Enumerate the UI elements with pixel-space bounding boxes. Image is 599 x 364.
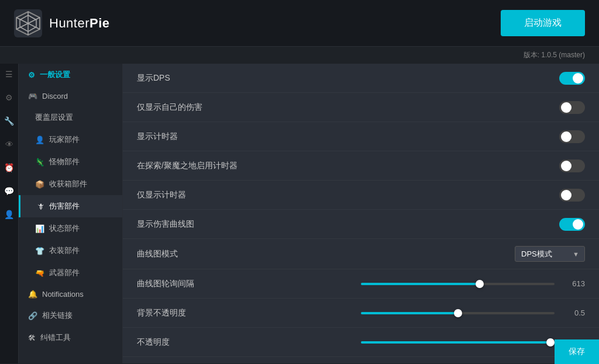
weapon-icon: 🔫 xyxy=(35,269,44,278)
row-show-graph: 显示伤害曲线图 xyxy=(123,210,599,239)
row-timer-only: 仅显示计时器 xyxy=(123,181,599,210)
row-show-dps-label: 显示DPS xyxy=(137,73,559,84)
graph-mode-select[interactable]: DPS模式 总伤害模式 xyxy=(515,246,585,262)
row-opacity-control: 1 xyxy=(361,338,585,346)
header: HunterPie 启动游戏 xyxy=(0,0,599,47)
row-self-damage-control xyxy=(559,101,585,114)
settings-content: 显示DPS 仅显示自己的伤害 显示计时器 xyxy=(123,64,599,363)
row-show-timer-label: 显示计时器 xyxy=(137,131,559,142)
row-graph-interval-control: 613 xyxy=(361,279,585,288)
bg-opacity-knob[interactable] xyxy=(454,309,462,317)
row-timer-search-control xyxy=(559,160,585,172)
icon-bar: ☰ ⚙ 🔧 👁 ⏰ 💬 👤 xyxy=(0,64,19,363)
debug-icon: 🛠 xyxy=(28,334,36,342)
graph-mode-dropdown-wrapper: DPS模式 总伤害模式 ▼ xyxy=(515,246,585,262)
sidebar-item-links[interactable]: 🔗 相关链接 xyxy=(19,304,122,327)
row-show-dps: 显示DPS xyxy=(123,64,599,93)
version-bar: 版本: 1.0.5 (master) xyxy=(0,47,599,64)
row-graph-interval-label: 曲线图轮询间隔 xyxy=(137,279,361,289)
opacity-track[interactable] xyxy=(361,341,555,344)
row-graph-mode-control: DPS模式 总伤害模式 ▼ xyxy=(515,246,585,262)
row-bg-opacity-control: 0.5 xyxy=(361,308,585,317)
icon-bar-gear[interactable]: ⚙ xyxy=(4,92,15,103)
icon-bar-eye[interactable]: 👁 xyxy=(4,138,15,150)
status-icon: 📊 xyxy=(35,224,44,233)
sidebar-item-general[interactable]: ⚙ 一般设置 xyxy=(19,64,122,86)
row-self-damage: 仅显示自己的伤害 xyxy=(123,93,599,122)
sidebar: ⚙ 一般设置 🎮 Discord 覆盖层设置 👤 玩家部件 🦎 怪物部件 📦 收… xyxy=(19,64,123,363)
toggle-timer-only-knob xyxy=(561,190,572,200)
monster-icon: 🦎 xyxy=(35,158,44,167)
toggle-timer-only[interactable] xyxy=(559,189,585,202)
sidebar-item-status[interactable]: 📊 状态部件 xyxy=(19,217,122,240)
notifications-icon: 🔔 xyxy=(28,290,37,299)
row-timer-only-control xyxy=(559,189,585,202)
version-text: 版本: 1.0.5 (master) xyxy=(524,51,585,59)
graph-interval-value: 613 xyxy=(562,279,585,288)
row-graph-mode-label: 曲线图模式 xyxy=(137,249,515,259)
sidebar-item-overlay[interactable]: 覆盖层设置 xyxy=(19,106,122,129)
row-player1-color: 第一个玩家 #FFFF0000 xyxy=(123,357,599,363)
icon-bar-clock[interactable]: ⏰ xyxy=(4,162,15,174)
graph-interval-knob[interactable] xyxy=(476,280,484,288)
opacity-fill xyxy=(361,341,550,344)
bg-opacity-value: 0.5 xyxy=(562,308,585,317)
discord-icon: 🎮 xyxy=(28,92,37,100)
player-icon: 👤 xyxy=(35,136,44,144)
link-icon: 🔗 xyxy=(28,311,37,320)
icon-bar-tool[interactable]: 🔧 xyxy=(4,115,15,127)
sidebar-item-player[interactable]: 👤 玩家部件 xyxy=(19,129,122,151)
toggle-show-graph[interactable] xyxy=(559,218,585,231)
main-layout: ☰ ⚙ 🔧 👁 ⏰ 💬 👤 ⚙ 一般设置 🎮 Discord 覆盖层设置 👤 玩… xyxy=(0,64,599,363)
logo-area: HunterPie xyxy=(14,9,110,37)
row-show-graph-label: 显示伤害曲线图 xyxy=(137,219,559,230)
row-opacity: 不透明度 1 xyxy=(123,328,599,357)
bg-opacity-track[interactable] xyxy=(361,312,555,314)
toggle-show-timer[interactable] xyxy=(559,130,585,143)
icon-bar-menu[interactable]: ☰ xyxy=(4,68,15,80)
opacity-knob[interactable] xyxy=(546,338,555,346)
bg-opacity-fill xyxy=(361,312,458,314)
row-bg-opacity: 背景不透明度 0.5 xyxy=(123,299,599,328)
logo-icon xyxy=(14,9,42,37)
icon-bar-discord[interactable]: 💬 xyxy=(4,185,15,197)
graph-interval-track[interactable] xyxy=(361,283,555,285)
sidebar-item-clothing[interactable]: 👕 衣装部件 xyxy=(19,240,122,262)
row-show-timer-control xyxy=(559,130,585,143)
row-timer-search: 在探索/聚魔之地启用计时器 xyxy=(123,151,599,181)
toggle-self-damage-knob xyxy=(561,102,572,113)
save-button[interactable]: 保存 xyxy=(555,339,599,364)
row-bg-opacity-label: 背景不透明度 xyxy=(137,308,361,318)
toggle-timer-search-knob xyxy=(561,161,572,171)
sidebar-item-notifications[interactable]: 🔔 Notifications xyxy=(19,284,122,304)
sidebar-item-damage[interactable]: 🗡 伤害部件 xyxy=(19,195,122,217)
icon-bar-user[interactable]: 👤 xyxy=(4,209,15,220)
row-opacity-label: 不透明度 xyxy=(137,337,361,348)
sidebar-item-discord[interactable]: 🎮 Discord xyxy=(19,86,122,106)
row-timer-only-label: 仅显示计时器 xyxy=(137,190,559,200)
row-show-dps-control xyxy=(559,72,585,85)
row-show-graph-control xyxy=(559,218,585,231)
row-graph-interval: 曲线图轮询间隔 613 xyxy=(123,269,599,299)
toggle-self-damage[interactable] xyxy=(559,101,585,114)
toggle-show-graph-knob xyxy=(573,219,583,230)
row-show-timer: 显示计时器 xyxy=(123,122,599,151)
row-graph-mode: 曲线图模式 DPS模式 总伤害模式 ▼ xyxy=(123,239,599,269)
toggle-show-dps[interactable] xyxy=(559,72,585,85)
row-self-damage-label: 仅显示自己的伤害 xyxy=(137,102,559,113)
graph-interval-fill xyxy=(361,283,480,285)
sidebar-item-debug[interactable]: 🛠 纠错工具 xyxy=(19,327,122,349)
harvest-icon: 📦 xyxy=(35,180,44,189)
gear-icon: ⚙ xyxy=(28,71,35,79)
sidebar-item-weapon[interactable]: 🔫 武器部件 xyxy=(19,262,122,284)
sidebar-item-monster[interactable]: 🦎 怪物部件 xyxy=(19,151,122,173)
sidebar-item-harvest[interactable]: 📦 收获箱部件 xyxy=(19,173,122,195)
toggle-timer-search[interactable] xyxy=(559,160,585,172)
launch-game-button[interactable]: 启动游戏 xyxy=(501,10,585,36)
clothing-icon: 👕 xyxy=(35,247,44,255)
toggle-show-timer-knob xyxy=(561,131,572,142)
row-timer-search-label: 在探索/聚魔之地启用计时器 xyxy=(137,161,559,171)
logo-text: HunterPie xyxy=(49,16,110,31)
toggle-show-dps-knob xyxy=(573,73,583,84)
damage-icon: 🗡 xyxy=(37,202,44,211)
